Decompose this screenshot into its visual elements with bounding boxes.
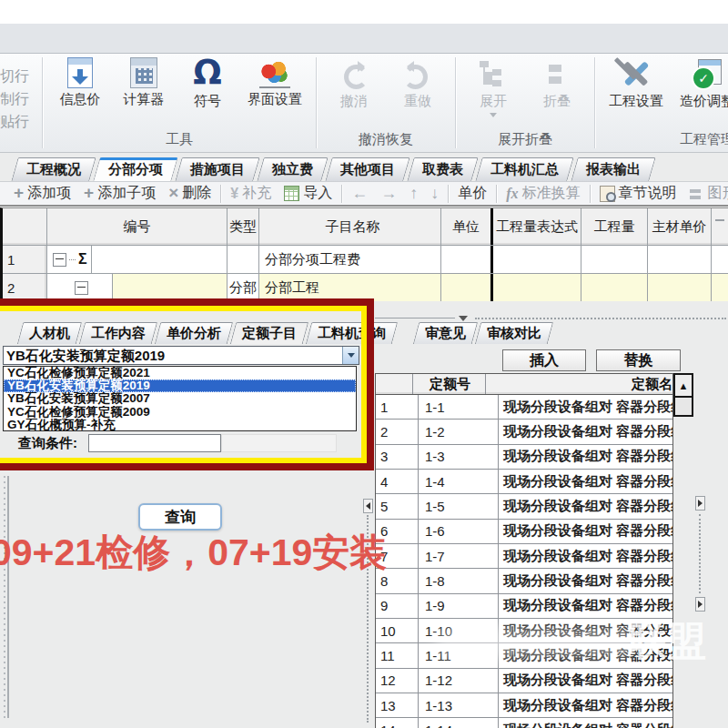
results-row[interactable]: 31-3现场分段设备组对 容器分段组: [376, 445, 672, 470]
ribbon-button-redo[interactable]: 重做: [386, 56, 450, 112]
code-cell[interactable]: Σ: [47, 246, 228, 273]
lower-tab-4[interactable]: 工料机查询: [308, 322, 395, 344]
qty-cell[interactable]: [581, 274, 648, 301]
results-row[interactable]: 81-8现场分段设备组对 容器分段组: [376, 569, 672, 593]
query-button[interactable]: 查询: [138, 503, 222, 531]
chevron-right-icon[interactable]: [695, 597, 705, 612]
type-cell[interactable]: 分部: [228, 274, 259, 301]
toolbar-button-move-up[interactable]: [403, 184, 424, 203]
row-button-0[interactable]: 剪切行: [0, 65, 42, 87]
lower-tab-0[interactable]: 人材机: [20, 322, 79, 344]
type-cell[interactable]: [228, 246, 259, 273]
results-row[interactable]: 21-2现场分段设备组对 容器分段组: [376, 420, 672, 444]
ribbon-button-expand[interactable]: 展开: [461, 56, 525, 123]
results-row[interactable]: 131-13现场分段设备组对 容器分段组: [376, 693, 672, 718]
results-row[interactable]: 11-1现场分段设备组对 容器分段组: [376, 395, 672, 420]
quota-library-combobox[interactable]: YB石化安装预算定额2019: [3, 346, 359, 365]
dropdown-item-0[interactable]: YC石化检修预算定额2021: [4, 367, 356, 379]
main-tab-2[interactable]: 措施项目: [178, 157, 257, 181]
results-row[interactable]: 51-5现场分段设备组对 容器分段组: [376, 494, 672, 519]
ribbon-button-cost-adjust[interactable]: 造价调整: [672, 56, 728, 112]
toolbar-button-move-left[interactable]: [345, 184, 374, 203]
toolbar-button-standard-convert[interactable]: 标准换算: [500, 184, 586, 203]
chevron-right-icon[interactable]: [695, 496, 705, 511]
boq-row[interactable]: 2 分部 分部工程: [3, 273, 728, 301]
ribbon-button-collapse[interactable]: 折叠: [525, 56, 589, 112]
results-row[interactable]: 141-14现场分段设备组对 容器分段组: [376, 718, 672, 728]
ribbon-button-ui-settings[interactable]: 界面设置: [239, 56, 310, 110]
unit-cell[interactable]: [441, 246, 491, 273]
query-condition-input[interactable]: [88, 434, 221, 452]
lower-tab-3[interactable]: 定额子目: [233, 322, 306, 344]
unit-cell[interactable]: [441, 274, 491, 301]
main-tab-1[interactable]: 分部分项: [96, 157, 175, 181]
scroll-up-icon[interactable]: [673, 373, 693, 398]
chevron-left-icon[interactable]: [363, 499, 373, 513]
toolbar-button-move-right[interactable]: [374, 184, 403, 203]
result-rownum: 12: [376, 669, 419, 693]
ribbon-button-project-settings[interactable]: 工程设置: [601, 56, 672, 112]
qty-expr-cell[interactable]: [490, 274, 581, 301]
collapse-minus-icon[interactable]: [53, 253, 66, 267]
main-tab-4[interactable]: 其他项目: [329, 157, 407, 181]
toolbar-button-chapter-notes[interactable]: 章节说明: [593, 184, 683, 203]
toolbar-button-delete[interactable]: 删除: [162, 184, 217, 203]
row-button-1[interactable]: 复制行: [0, 87, 42, 110]
results-row[interactable]: 71-7现场分段设备组对 容器分段组: [376, 544, 672, 569]
results-row[interactable]: 61-6现场分段设备组对 容器分段组: [376, 520, 672, 544]
tree-expander[interactable]: [47, 274, 113, 301]
boq-row[interactable]: 1 Σ 分部分项工程费: [3, 245, 728, 273]
ribbon-button-symbol[interactable]: 符号: [176, 56, 239, 112]
results-row[interactable]: 41-4现场分段设备组对 容器分段组: [376, 470, 672, 494]
lower-tab-1[interactable]: 工作内容: [82, 322, 155, 344]
chevron-down-icon[interactable]: [342, 347, 359, 364]
insert-button[interactable]: 插入: [502, 349, 586, 371]
qty-cell[interactable]: [581, 246, 648, 273]
qty-expr-cell[interactable]: [490, 246, 581, 273]
tree-expander[interactable]: Σ: [47, 246, 92, 273]
ribbon-button-undo[interactable]: 撤消: [322, 56, 386, 112]
lower-tab-5[interactable]: 审意见: [416, 322, 475, 344]
replace-button[interactable]: 替换: [596, 349, 681, 371]
toolbar-button-add-subitem[interactable]: 添加子项: [77, 184, 162, 203]
info-price-icon: [67, 57, 93, 88]
dropdown-item-1[interactable]: YB石化安装预算定额2019: [4, 379, 356, 392]
left-collapsed-strip[interactable]: [2, 476, 9, 718]
material-price-cell[interactable]: [648, 274, 712, 301]
main-tab-3[interactable]: 独立费: [260, 157, 325, 181]
code-edit-area[interactable]: [92, 246, 227, 273]
main-tab-6[interactable]: 工料机汇总: [479, 157, 571, 181]
collapse-minus-icon[interactable]: [75, 281, 88, 295]
toolbar-button-supplement[interactable]: 补充: [224, 184, 278, 203]
main-tab-5[interactable]: 取费表: [410, 157, 475, 181]
dropdown-item-3[interactable]: YC石化检修预算定额2009: [4, 406, 356, 419]
dropdown-item-4[interactable]: GY石化概预算-补充: [4, 419, 356, 431]
toolbar-button-move-down[interactable]: [424, 184, 445, 203]
result-quota-name: 现场分段设备组对 容器分段组: [499, 693, 672, 717]
code-cell[interactable]: [47, 274, 228, 301]
main-tab-7[interactable]: 报表输出: [574, 157, 652, 181]
code-edit-area[interactable]: [113, 274, 227, 301]
material-price-cell[interactable]: [648, 246, 712, 273]
vertical-splitter-right[interactable]: [695, 496, 705, 612]
name-cell[interactable]: 分部工程: [259, 274, 441, 301]
dropdown-item-2[interactable]: YB石化安装预算定额2007: [4, 392, 356, 405]
ribbon-button-calculator[interactable]: 计算器: [112, 56, 176, 110]
ribbon-button-info-price[interactable]: 信息价: [48, 56, 112, 110]
scrollbar-thumb[interactable]: [673, 398, 693, 417]
toolbar-button-graph-calc[interactable]: 图形计: [683, 184, 728, 203]
query-condition-tray: [221, 434, 337, 452]
toolbar-button-import[interactable]: 导入: [278, 184, 339, 203]
lower-tab-2[interactable]: 单价分析: [157, 322, 230, 344]
lower-tab-6[interactable]: 审核对比: [478, 322, 551, 344]
name-cell[interactable]: 分部分项工程费: [259, 246, 441, 273]
result-quota-name: 现场分段设备组对 容器分段组: [499, 420, 672, 443]
results-row[interactable]: 121-12现场分段设备组对 容器分段组: [376, 669, 672, 693]
row-button-2[interactable]: 粘贴行: [0, 110, 42, 133]
toolbar-button-add-item[interactable]: 添加项: [7, 184, 77, 203]
main-tab-0[interactable]: 工程概况: [15, 157, 93, 181]
results-scrollbar[interactable]: [673, 373, 693, 417]
result-rownum: 4: [376, 470, 419, 493]
toolbar-button-unit-price[interactable]: 单价: [451, 184, 493, 203]
plus-icon: [14, 186, 24, 202]
